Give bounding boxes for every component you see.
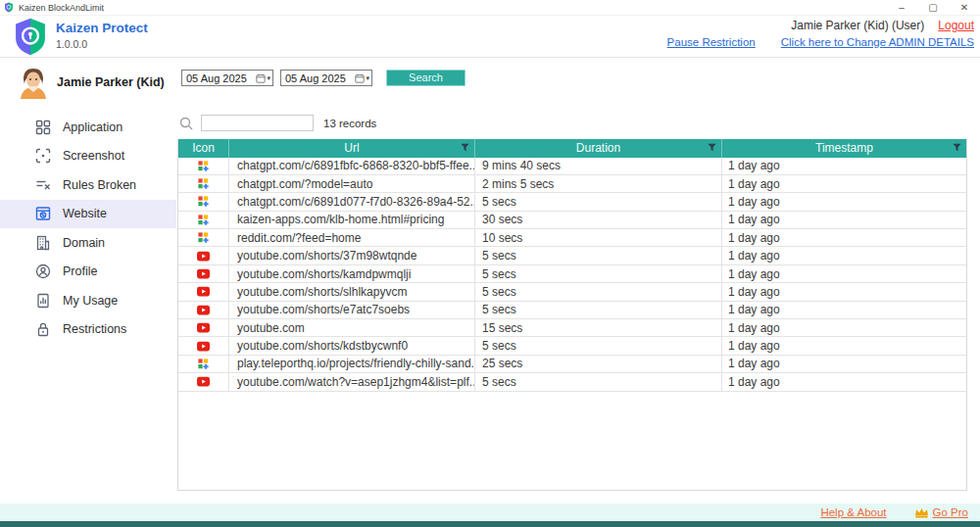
row-duration: 15 secs	[475, 319, 722, 336]
website-history-table: Icon Url Duration Timestamp	[177, 139, 967, 491]
user-label: Jamie Parker (Kid) (User)	[791, 19, 924, 32]
row-duration: 10 secs	[475, 229, 722, 246]
table-row[interactable]: chatgpt.com/c/6891fbfc-6868-8320-bbf5-ff…	[178, 158, 966, 175]
sidebar-item-website[interactable]: Website	[0, 200, 176, 229]
domain-icon	[35, 235, 51, 251]
window-controls: – ▢ ✕	[886, 0, 980, 16]
sidebar-item-label: Domain	[63, 236, 105, 250]
row-timestamp: 1 day ago	[722, 356, 966, 372]
crown-icon	[914, 507, 929, 518]
table-row[interactable]: kaizen-apps.com/klb-home.html#pricing 30…	[178, 212, 966, 229]
table-row[interactable]: youtube.com/shorts/slhlkapyvcm 5 secs 1 …	[178, 283, 966, 301]
row-timestamp: 1 day ago	[722, 175, 966, 192]
close-button[interactable]: ✕	[949, 0, 980, 16]
row-timestamp: 1 day ago	[722, 247, 966, 264]
column-header-duration[interactable]: Duration	[475, 139, 722, 158]
calendar-icon	[355, 73, 365, 83]
sidebar-item-restrictions[interactable]: Restrictions	[0, 315, 176, 345]
sidebar-item-rules-broken[interactable]: Rules Broken	[0, 170, 176, 200]
row-url: youtube.com/shorts/kdstbycwnf0	[229, 337, 475, 354]
row-url: youtube.com/watch?v=asep1jzhgm4&list=plf…	[229, 373, 475, 390]
row-duration: 5 secs	[475, 302, 722, 318]
date-from-input[interactable]: 05 Aug 2025 ▾	[181, 70, 273, 86]
maximize-button[interactable]: ▢	[917, 0, 949, 16]
date-from-value: 05 Aug 2025	[186, 72, 256, 84]
table-row[interactable]: youtube.com 15 secs 1 day ago	[178, 319, 966, 337]
row-duration: 30 secs	[475, 212, 722, 228]
chevron-down-icon: ▾	[366, 74, 369, 82]
table-row[interactable]: youtube.com/watch?v=asep1jzhgm4&list=plf…	[178, 373, 966, 391]
table-row[interactable]: reddit.com/?feed=home 10 secs 1 day ago	[178, 229, 966, 247]
date-to-value: 05 Aug 2025	[285, 72, 355, 84]
row-url: kaizen-apps.com/klb-home.html#pricing	[229, 212, 475, 228]
filter-icon[interactable]	[461, 143, 469, 152]
sidebar-item-label: Rules Broken	[63, 178, 136, 192]
row-url: youtube.com/shorts/kamdpwmqlji	[229, 265, 475, 282]
row-timestamp: 1 day ago	[722, 265, 966, 282]
logout-link[interactable]: Logout	[938, 19, 974, 32]
row-duration: 5 secs	[475, 337, 722, 354]
search-icon	[179, 117, 193, 130]
filter-icon[interactable]	[708, 143, 716, 152]
row-duration: 5 secs	[475, 247, 722, 264]
sidebar-item-profile[interactable]: Profile	[0, 258, 176, 287]
table-row[interactable]: play.teleporthq.io/projects/friendly-chi…	[178, 356, 966, 373]
sidebar-item-label: Screenshot	[63, 149, 124, 163]
column-header-url[interactable]: Url	[229, 139, 475, 158]
table-row[interactable]: youtube.com/shorts/37m98wtqnde 5 secs 1 …	[178, 247, 966, 264]
sidebar-item-application[interactable]: Application	[0, 113, 176, 142]
sidebar-item-screenshot[interactable]: Screenshot	[0, 142, 176, 171]
app-icon	[4, 2, 14, 13]
my-usage-icon	[35, 293, 51, 309]
sidebar-item-domain[interactable]: Domain	[0, 228, 176, 258]
table-row[interactable]: youtube.com/shorts/e7atc7soebs 5 secs 1 …	[178, 302, 966, 319]
search-input[interactable]	[201, 115, 314, 131]
youtube-favicon-icon	[197, 341, 210, 352]
sidebar: Jamie Parker (Kid) Application Screensho…	[0, 58, 176, 503]
row-duration: 5 secs	[475, 283, 722, 300]
go-pro-link[interactable]: Go Pro	[933, 506, 968, 518]
filter-icon[interactable]	[953, 143, 961, 152]
row-timestamp: 1 day ago	[722, 158, 966, 174]
footer-bar: Help & About Go Pro	[0, 503, 980, 521]
row-url: youtube.com	[229, 319, 475, 336]
table-row[interactable]: chatgpt.com/?model=auto 2 mins 5 secs 1 …	[178, 175, 966, 193]
row-icon-cell	[178, 229, 229, 246]
rules-broken-icon	[35, 177, 51, 193]
table-row[interactable]: youtube.com/shorts/kamdpwmqlji 5 secs 1 …	[178, 265, 966, 283]
sidebar-item-label: Profile	[63, 264, 97, 278]
sidebar-menu: Application Screenshot Rules Broken	[0, 113, 176, 344]
table-row[interactable]: chatgpt.com/c/6891d077-f7d0-8326-89a4-52…	[178, 193, 966, 211]
website-icon	[35, 206, 51, 221]
sidebar-item-label: Application	[63, 120, 122, 134]
header-right: Jamie Parker (Kid) (User)Logout Pause Re…	[642, 19, 974, 52]
row-icon-cell	[178, 265, 229, 282]
sidebar-user-name: Jamie Parker (Kid)	[57, 75, 165, 89]
row-duration: 25 secs	[475, 356, 722, 372]
date-to-input[interactable]: 05 Aug 2025 ▾	[280, 70, 372, 86]
column-header-timestamp[interactable]: Timestamp	[722, 139, 966, 158]
web-grid-favicon-icon	[197, 161, 210, 171]
row-timestamp: 1 day ago	[722, 193, 966, 210]
records-count: 13 records	[323, 118, 376, 129]
minimize-button[interactable]: –	[886, 0, 917, 16]
app-version: 1.0.0.0	[56, 38, 87, 50]
header-user-line: Jamie Parker (Kid) (User)Logout	[642, 19, 974, 32]
table-row[interactable]: youtube.com/shorts/kdstbycwnf0 5 secs 1 …	[178, 337, 966, 355]
sidebar-item-my-usage[interactable]: My Usage	[0, 286, 176, 315]
search-button[interactable]: Search	[386, 70, 466, 86]
youtube-favicon-icon	[197, 376, 210, 387]
row-duration: 9 mins 40 secs	[475, 158, 722, 174]
content: 05 Aug 2025 ▾ 05 Aug 2025 ▾ Search 13 re…	[176, 58, 980, 503]
change-admin-link[interactable]: Click here to Change ADMIN DETAILS	[781, 36, 974, 48]
window-title: Kaizen BlockAndLimit	[19, 3, 104, 13]
pause-restriction-link[interactable]: Pause Restriction	[667, 36, 756, 48]
column-header-icon[interactable]: Icon	[178, 139, 229, 158]
row-url: chatgpt.com/?model=auto	[229, 175, 475, 192]
restrictions-icon	[35, 321, 51, 337]
youtube-favicon-icon	[197, 251, 210, 262]
row-url: play.teleporthq.io/projects/friendly-chi…	[229, 356, 475, 372]
row-icon-cell	[178, 247, 229, 264]
help-about-link[interactable]: Help & About	[820, 506, 886, 518]
footer-accent-strip	[0, 521, 980, 527]
